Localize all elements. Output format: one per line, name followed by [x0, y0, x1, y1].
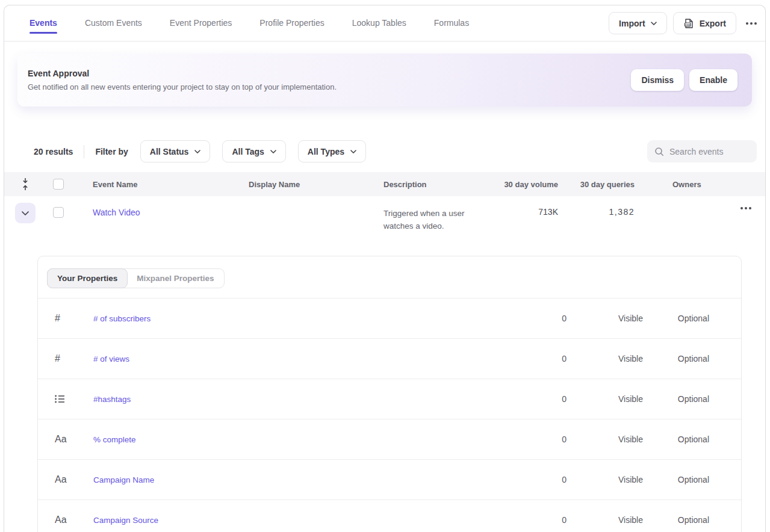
property-name-link[interactable]: % complete [93, 435, 498, 444]
dismiss-button[interactable]: Dismiss [631, 69, 684, 91]
tab-profile-properties[interactable]: Profile Properties [259, 12, 324, 35]
text-icon: Aa [38, 474, 93, 485]
tab-formulas[interactable]: Formulas [434, 12, 469, 35]
status-filter-dropdown[interactable]: All Status [140, 140, 211, 162]
property-name-link[interactable]: #hashtags [93, 395, 498, 404]
properties-tabs: Your Properties Mixpanel Properties [38, 256, 741, 298]
property-visibility: Visible [567, 435, 643, 444]
property-volume: 0 [498, 435, 567, 444]
nav-overflow-menu-icon[interactable] [742, 17, 752, 29]
csv-file-icon: csv [683, 18, 694, 29]
list-icon [38, 395, 93, 403]
property-requirement: Optional [643, 515, 709, 525]
select-all-checkbox[interactable] [53, 179, 64, 190]
event-properties-panel: Your Properties Mixpanel Properties # # … [37, 256, 742, 532]
property-name-link[interactable]: Campaign Source [93, 516, 498, 525]
filter-by-label: Filter by [95, 147, 128, 156]
top-nav: Events Custom Events Event Properties Pr… [4, 5, 765, 42]
properties-segmented-control: Your Properties Mixpanel Properties [47, 268, 225, 288]
import-button[interactable]: Import [609, 12, 667, 34]
export-button[interactable]: csv Export [673, 12, 736, 34]
events-table-header: Event Name Display Name Description 30 d… [4, 172, 765, 196]
property-visibility: Visible [567, 314, 643, 323]
results-count: 20 results [34, 147, 73, 156]
row-checkbox[interactable] [53, 207, 64, 218]
col-description: Description [383, 180, 498, 189]
property-volume: 0 [498, 394, 567, 404]
collapse-all-icon[interactable] [22, 178, 29, 191]
col-30-day-volume: 30 day volume [498, 180, 558, 189]
col-owners: Owners [635, 180, 765, 189]
property-name-link[interactable]: # of views [93, 354, 498, 363]
lexicon-panel: Events Custom Events Event Properties Pr… [4, 5, 766, 532]
status-filter-label: All Status [150, 147, 189, 156]
property-name-link[interactable]: # of subscribers [93, 314, 498, 323]
property-requirement: Optional [643, 394, 709, 404]
event-name-link[interactable]: Watch Video [93, 208, 249, 217]
export-label: Export [700, 19, 726, 28]
number-icon: # [38, 313, 93, 324]
collapse-row-button[interactable] [15, 203, 36, 223]
search-input[interactable] [669, 147, 750, 156]
text-icon: Aa [38, 515, 93, 525]
property-name-link[interactable]: Campaign Name [93, 475, 498, 484]
property-volume: 0 [498, 475, 567, 484]
chevron-down-icon [350, 150, 356, 153]
tab-mixpanel-properties[interactable]: Mixpanel Properties [127, 269, 223, 288]
tab-custom-events[interactable]: Custom Events [85, 12, 142, 35]
tab-lookup-tables[interactable]: Lookup Tables [352, 12, 406, 35]
nav-actions: Import csv Export [609, 12, 752, 34]
tab-event-properties[interactable]: Event Properties [170, 12, 232, 35]
chevron-down-icon [194, 150, 200, 153]
divider [84, 145, 84, 158]
event-30-day-volume: 713K [498, 207, 558, 217]
property-requirement: Optional [643, 314, 709, 323]
banner-subtitle: Get notified on all new events entering … [28, 82, 337, 91]
tags-filter-dropdown[interactable]: All Tags [222, 140, 285, 162]
property-requirement: Optional [643, 475, 709, 484]
property-visibility: Visible [567, 515, 643, 525]
event-30-day-queries: 1,382 [558, 207, 635, 217]
property-visibility: Visible [567, 354, 643, 363]
property-row: Aa Campaign Name 0 Visible Optional [38, 460, 741, 500]
property-requirement: Optional [643, 435, 709, 444]
banner-text: Event Approval Get notified on all new e… [28, 69, 337, 91]
event-row-watch-video: Watch Video Triggered when a user watche… [4, 196, 765, 247]
property-volume: 0 [498, 314, 567, 323]
search-icon [654, 147, 664, 156]
tab-your-properties[interactable]: Your Properties [47, 268, 128, 288]
search-box [647, 140, 757, 162]
property-row: Aa % complete 0 Visible Optional [38, 419, 741, 460]
nav-tabs: Events Custom Events Event Properties Pr… [29, 12, 469, 35]
tags-filter-label: All Tags [232, 147, 264, 156]
event-approval-banner: Event Approval Get notified on all new e… [17, 54, 752, 107]
banner-section: Event Approval Get notified on all new e… [4, 42, 765, 107]
property-visibility: Visible [567, 475, 643, 484]
property-row: Aa Campaign Source 0 Visible Optional [38, 500, 741, 532]
col-display-name: Display Name [249, 180, 383, 189]
text-icon: Aa [38, 434, 93, 445]
tab-events[interactable]: Events [29, 12, 57, 35]
property-row: #hashtags 0 Visible Optional [38, 379, 741, 419]
property-requirement: Optional [643, 354, 709, 363]
property-volume: 0 [498, 515, 567, 525]
chevron-down-icon [651, 22, 657, 25]
types-filter-dropdown[interactable]: All Types [298, 140, 366, 162]
svg-text:csv: csv [685, 23, 690, 26]
property-row: # # of views 0 Visible Optional [38, 339, 741, 379]
enable-button[interactable]: Enable [689, 69, 737, 91]
types-filter-label: All Types [308, 147, 344, 156]
banner-title: Event Approval [28, 69, 337, 78]
chevron-down-icon [270, 150, 276, 153]
col-30-day-queries: 30 day queries [558, 180, 635, 189]
import-label: Import [619, 19, 645, 28]
property-visibility: Visible [567, 394, 643, 404]
event-description: Triggered when a user watches a video. [383, 207, 498, 232]
number-icon: # [38, 353, 93, 364]
event-row-menu-icon[interactable] [635, 207, 765, 209]
property-row: # # of subscribers 0 Visible Optional [38, 298, 741, 339]
col-event-name: Event Name [93, 180, 249, 189]
property-volume: 0 [498, 354, 567, 363]
banner-actions: Dismiss Enable [631, 69, 737, 91]
filter-bar: 20 results Filter by All Status All Tags… [4, 140, 765, 162]
